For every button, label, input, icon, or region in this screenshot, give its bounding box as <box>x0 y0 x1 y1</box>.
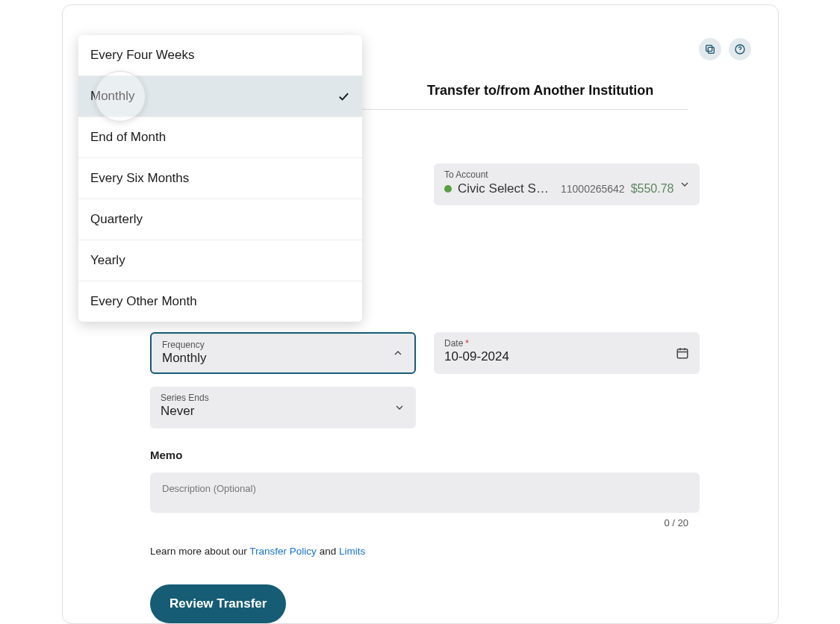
svg-rect-1 <box>706 46 712 52</box>
chevron-up-icon <box>392 347 404 359</box>
help-icon-button[interactable] <box>729 38 751 60</box>
frequency-option-quarterly[interactable]: Quarterly <box>78 199 362 240</box>
to-account-number: 11000265642 <box>561 183 625 195</box>
svg-rect-4 <box>677 349 688 358</box>
to-account-balance: $550.78 <box>631 182 674 196</box>
date-label-text: Date <box>444 338 463 349</box>
learn-more-text: Learn more about our Transfer Policy and… <box>150 546 365 557</box>
frequency-select[interactable]: Frequency Monthly <box>150 332 416 374</box>
copy-icon <box>704 43 716 55</box>
frequency-option-monthly-label: Monthly <box>90 89 135 103</box>
account-status-dot <box>444 185 452 193</box>
series-ends-value: Never <box>161 404 405 419</box>
learn-and: and <box>317 546 339 557</box>
frequency-option-end-of-month[interactable]: End of Month <box>78 117 362 158</box>
frequency-label: Frequency <box>162 340 404 350</box>
memo-counter: 0 / 20 <box>664 517 688 528</box>
transfer-policy-link[interactable]: Transfer Policy <box>249 546 317 557</box>
memo-input[interactable]: Description (Optional) <box>150 472 700 513</box>
calendar-icon <box>676 346 689 360</box>
to-account-name: Civic Select Savi… <box>458 181 555 196</box>
learn-prefix: Learn more about our <box>150 546 249 557</box>
chevron-down-icon <box>679 178 691 190</box>
frequency-option-yearly[interactable]: Yearly <box>78 240 362 281</box>
frequency-dropdown: Every Four Weeks Monthly End of Month Ev… <box>78 35 362 322</box>
date-field[interactable]: Date* 10-09-2024 <box>434 332 700 374</box>
svg-rect-0 <box>708 47 714 53</box>
memo-section-label: Memo <box>150 449 182 461</box>
to-account-select[interactable]: To Account Civic Select Savi… 1100026564… <box>434 163 700 205</box>
series-ends-select[interactable]: Series Ends Never <box>150 387 416 428</box>
copy-icon-button[interactable] <box>699 38 721 60</box>
tab-transfer-external[interactable]: Transfer to/from Another Institution <box>427 83 653 107</box>
to-account-row: Civic Select Savi… 11000265642 $550.78 <box>444 181 689 196</box>
memo-placeholder: Description (Optional) <box>162 483 256 494</box>
chevron-down-icon <box>393 402 405 414</box>
date-value: 10-09-2024 <box>444 349 689 364</box>
limits-link[interactable]: Limits <box>339 546 365 557</box>
frequency-option-every-four-weeks[interactable]: Every Four Weeks <box>78 35 362 76</box>
frequency-option-every-other-month[interactable]: Every Other Month <box>78 281 362 322</box>
frequency-option-every-six-months[interactable]: Every Six Months <box>78 158 362 199</box>
frequency-value: Monthly <box>162 351 404 366</box>
to-account-label: To Account <box>444 169 689 180</box>
help-icon <box>734 43 746 55</box>
check-icon <box>337 90 350 103</box>
date-label: Date* <box>444 338 689 349</box>
review-transfer-button[interactable]: Review Transfer <box>150 584 286 623</box>
svg-point-3 <box>740 52 741 52</box>
series-ends-label: Series Ends <box>161 393 405 403</box>
frequency-option-monthly[interactable]: Monthly <box>78 76 362 117</box>
top-icon-row <box>699 38 751 60</box>
required-asterisk: * <box>465 338 469 349</box>
